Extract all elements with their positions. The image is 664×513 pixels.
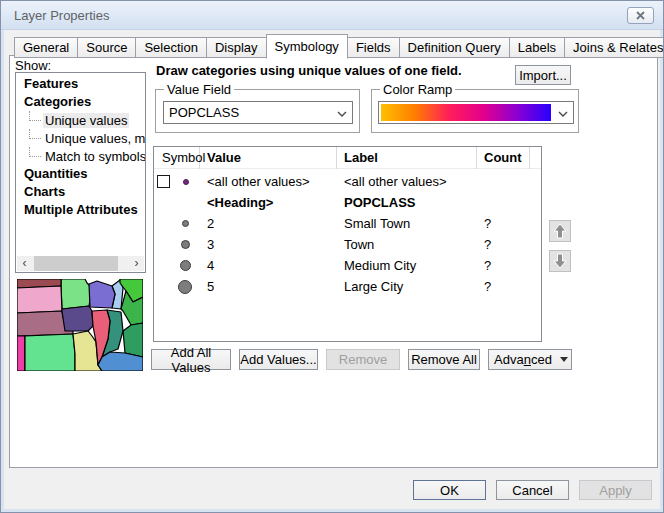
table-row-all-other-values[interactable]: <all other values> <all other values> xyxy=(154,171,541,192)
tree-item-multiple-attributes[interactable]: Multiple Attributes xyxy=(16,201,145,219)
table-row-value-2[interactable]: 2 Small Town ? xyxy=(154,213,541,234)
point-symbol-icon[interactable] xyxy=(180,260,191,271)
ok-button[interactable]: OK xyxy=(413,480,486,500)
arrow-down-icon xyxy=(553,253,567,269)
color-ramp-group: Color Ramp xyxy=(371,89,579,133)
header-symbol[interactable]: Symbol xyxy=(154,147,200,169)
cancel-button[interactable]: Cancel xyxy=(496,480,569,500)
symbol-list: Symbol Value Label Count <all other valu… xyxy=(153,146,542,342)
window-title: Layer Properties xyxy=(14,8,109,23)
map-state xyxy=(61,279,92,309)
tab-strip: General Source Selection Display Symbolo… xyxy=(14,34,664,58)
tree-item-unique-values-many[interactable]: Unique values, many xyxy=(16,129,145,147)
move-up-button[interactable] xyxy=(549,220,571,242)
table-row-value-3[interactable]: 3 Town ? xyxy=(154,234,541,255)
point-symbol-icon[interactable] xyxy=(178,280,192,294)
color-ramp-gradient xyxy=(381,104,551,121)
tab-definition-query[interactable]: Definition Query xyxy=(400,37,510,58)
add-all-values-button[interactable]: Add All Values xyxy=(151,349,231,370)
tree-item-categories[interactable]: Categories xyxy=(16,93,145,111)
tab-joins-relates[interactable]: Joins & Relates xyxy=(565,37,664,58)
chevron-down-icon xyxy=(558,111,568,117)
layer-properties-dialog: Layer Properties General Source Selectio… xyxy=(0,0,664,513)
advanced-button[interactable]: Advanced xyxy=(488,349,572,370)
tab-general[interactable]: General xyxy=(14,37,78,58)
method-description: Draw categories using unique values of o… xyxy=(156,63,506,78)
scroll-right-icon[interactable]: › xyxy=(129,257,144,270)
titlebar[interactable]: Layer Properties xyxy=(1,1,663,30)
tree-connector xyxy=(29,147,41,157)
tab-fields[interactable]: Fields xyxy=(348,37,400,58)
arrow-up-icon xyxy=(553,223,567,239)
scroll-left-icon[interactable]: ‹ xyxy=(17,257,32,270)
color-ramp-legend: Color Ramp xyxy=(380,82,455,97)
map-preview xyxy=(17,279,143,371)
point-symbol-icon[interactable] xyxy=(182,220,189,227)
table-row-value-4[interactable]: 4 Medium City ? xyxy=(154,255,541,276)
tree-item-match-symbols[interactable]: Match to symbols in a xyxy=(16,147,145,165)
tab-selection[interactable]: Selection xyxy=(136,37,206,58)
remove-all-button[interactable]: Remove All xyxy=(408,349,480,370)
remove-button[interactable]: Remove xyxy=(326,349,400,370)
dropdown-arrow-icon xyxy=(560,357,568,362)
show-tree: Features Categories Unique values Unique… xyxy=(15,72,146,273)
tab-source[interactable]: Source xyxy=(78,37,136,58)
point-symbol-icon[interactable] xyxy=(183,179,189,185)
map-state xyxy=(25,334,75,371)
value-field-selected: POPCLASS xyxy=(169,105,239,120)
show-label: Show: xyxy=(15,58,51,73)
tree-item-quantities[interactable]: Quantities xyxy=(16,165,145,183)
map-state xyxy=(17,286,62,313)
tab-symbology[interactable]: Symbology xyxy=(266,34,348,59)
table-row-value-5[interactable]: 5 Large City ? xyxy=(154,276,541,297)
close-button[interactable] xyxy=(627,7,654,24)
chevron-down-icon xyxy=(337,111,347,117)
tree-item-features[interactable]: Features xyxy=(16,75,145,93)
tree-item-unique-values[interactable]: Unique values xyxy=(16,111,145,129)
point-symbol-icon[interactable] xyxy=(181,240,190,249)
tree-item-charts[interactable]: Charts xyxy=(16,183,145,201)
header-label[interactable]: Label xyxy=(337,147,477,169)
close-icon xyxy=(636,11,645,20)
header-count[interactable]: Count xyxy=(477,147,530,169)
symbol-list-header: Symbol Value Label Count xyxy=(154,147,541,169)
map-state xyxy=(89,281,115,308)
add-values-button[interactable]: Add Values... xyxy=(239,349,318,370)
move-down-button[interactable] xyxy=(549,250,571,272)
table-row-heading[interactable]: <Heading> POPCLASS xyxy=(154,192,541,213)
apply-button[interactable]: Apply xyxy=(579,480,652,500)
map-state xyxy=(62,306,93,331)
color-ramp-dropdown[interactable] xyxy=(378,101,574,124)
tab-labels[interactable]: Labels xyxy=(510,37,565,58)
value-field-legend: Value Field xyxy=(164,82,234,97)
scroll-thumb[interactable] xyxy=(34,256,118,271)
tab-display[interactable]: Display xyxy=(207,37,267,58)
map-state xyxy=(17,336,25,371)
map-state xyxy=(123,323,143,357)
value-field-group: Value Field POPCLASS xyxy=(155,89,360,133)
tree-horizontal-scrollbar[interactable]: ‹› xyxy=(17,256,144,271)
value-field-dropdown[interactable]: POPCLASS xyxy=(163,101,353,124)
tree-connector xyxy=(29,129,41,139)
all-other-values-checkbox[interactable] xyxy=(157,175,170,188)
tree-connector xyxy=(29,111,41,121)
header-value[interactable]: Value xyxy=(200,147,337,169)
import-button[interactable]: Import... xyxy=(515,65,571,85)
